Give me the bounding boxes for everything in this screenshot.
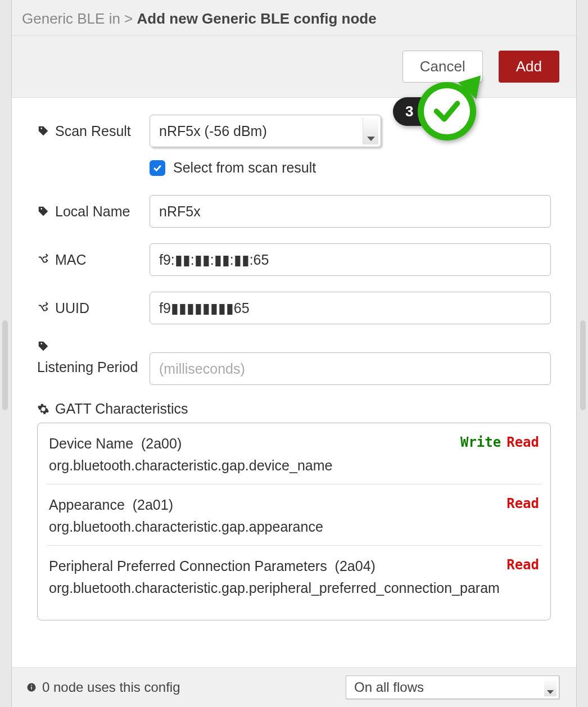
panel-footer: 0 node uses this config On all flows bbox=[12, 667, 576, 707]
svg-rect-2 bbox=[31, 685, 32, 686]
shuffle-icon bbox=[37, 253, 49, 266]
uuid-input[interactable] bbox=[150, 292, 551, 324]
row-mac: MAC bbox=[37, 243, 551, 276]
tag-icon bbox=[37, 125, 49, 137]
gatt-item[interactable]: Read Peripheral Preferred Connection Par… bbox=[47, 546, 541, 606]
label-local-name: Local Name bbox=[37, 203, 144, 220]
panel-header: Generic BLE in > Add new Generic BLE con… bbox=[12, 0, 576, 36]
gatt-desc: org.bluetooth.characteristic.gap.appeara… bbox=[49, 519, 539, 535]
checkmark-icon bbox=[152, 162, 163, 174]
gatt-desc: org.bluetooth.characteristic.gap.device_… bbox=[49, 457, 539, 474]
tag-icon bbox=[37, 340, 49, 352]
read-tag: Read bbox=[506, 557, 539, 573]
form-body: Scan Result nRF5x (-56 dBm) Select from … bbox=[12, 98, 576, 667]
info-icon bbox=[26, 682, 37, 692]
gatt-title: Peripheral Preferred Connection Paramete… bbox=[49, 558, 539, 574]
add-button[interactable]: Add bbox=[499, 51, 559, 83]
config-panel: Generic BLE in > Add new Generic BLE con… bbox=[11, 0, 577, 707]
gatt-tags: Read bbox=[501, 557, 539, 573]
scan-result-select[interactable]: nRF5x (-56 dBm) bbox=[150, 115, 381, 147]
breadcrumb-parent[interactable]: Generic BLE in bbox=[22, 10, 120, 27]
row-local-name: Local Name bbox=[37, 195, 551, 228]
listening-period-input[interactable] bbox=[150, 352, 551, 385]
gatt-title: Appearance (2a01) bbox=[49, 497, 539, 513]
step-check-circle bbox=[418, 82, 476, 141]
chevron-down-icon bbox=[363, 117, 378, 144]
scan-result-selected: nRF5x (-56 dBm) bbox=[159, 123, 267, 139]
chevron-down-icon bbox=[544, 678, 557, 696]
gatt-item[interactable]: Read Appearance (2a01) org.bluetooth.cha… bbox=[47, 484, 541, 546]
gatt-tags: Write Read bbox=[460, 434, 539, 450]
svg-rect-1 bbox=[31, 687, 32, 690]
mac-input[interactable] bbox=[150, 243, 551, 276]
gatt-tags: Read bbox=[501, 496, 539, 511]
label-uuid: UUID bbox=[37, 300, 144, 316]
row-listening-period: Listening Period bbox=[37, 340, 551, 385]
write-tag: Write bbox=[460, 434, 501, 450]
read-tag: Read bbox=[506, 496, 539, 511]
scrollbar-left[interactable] bbox=[2, 320, 8, 410]
scope-selected: On all flows bbox=[354, 679, 424, 695]
gear-icon bbox=[37, 403, 49, 415]
label-gatt: GATT Characteristics bbox=[37, 401, 551, 417]
actions-bar: Cancel Add 3 bbox=[12, 36, 576, 98]
tag-icon bbox=[37, 205, 49, 217]
local-name-input[interactable] bbox=[150, 195, 551, 228]
row-select-from-scan: Select from scan result bbox=[150, 160, 551, 176]
gatt-item[interactable]: Write Read Device Name (2a00) org.blueto… bbox=[47, 423, 541, 484]
row-uuid: UUID bbox=[37, 292, 551, 324]
breadcrumb-separator: > bbox=[124, 10, 133, 27]
breadcrumb: Generic BLE in > Add new Generic BLE con… bbox=[22, 10, 566, 28]
check-icon bbox=[431, 96, 463, 127]
read-tag: Read bbox=[506, 434, 539, 450]
gatt-characteristics-list[interactable]: Write Read Device Name (2a00) org.blueto… bbox=[37, 423, 551, 620]
label-mac: MAC bbox=[37, 252, 144, 268]
select-from-scan-label: Select from scan result bbox=[173, 160, 316, 176]
label-listening-period: Listening Period bbox=[37, 340, 144, 377]
scrollbar-right[interactable] bbox=[580, 320, 586, 410]
gatt-desc: org.bluetooth.characteristic.gap.periphe… bbox=[49, 580, 539, 596]
shuffle-icon bbox=[37, 302, 49, 314]
config-usage-text: 0 node uses this config bbox=[42, 679, 180, 695]
step-callout: 3 bbox=[393, 82, 476, 141]
breadcrumb-current: Add new Generic BLE config node bbox=[137, 10, 377, 27]
select-from-scan-checkbox[interactable] bbox=[150, 160, 165, 176]
label-scan-result: Scan Result bbox=[37, 123, 144, 139]
scope-select[interactable]: On all flows bbox=[346, 676, 559, 699]
